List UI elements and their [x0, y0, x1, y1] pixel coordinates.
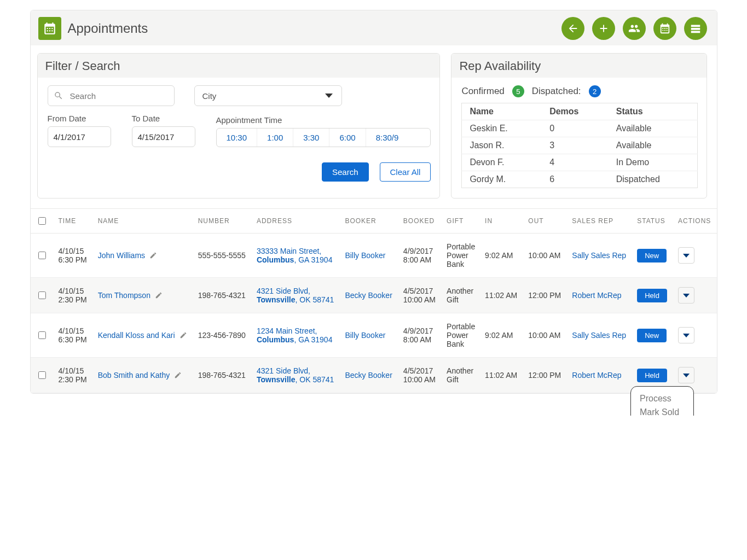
add-button[interactable]: [592, 17, 615, 40]
customer-name-link[interactable]: Kendall Kloss and Kari: [98, 331, 175, 340]
number-cell: 198-765-4321: [193, 278, 251, 313]
booker-cell[interactable]: Billy Booker: [339, 313, 397, 358]
edit-icon[interactable]: [174, 371, 182, 379]
booked-cell: 4/5/201710:00 AM: [398, 278, 441, 313]
in-cell: 11:02 AM: [479, 278, 523, 313]
row-actions-button[interactable]: [678, 287, 694, 304]
out-cell: 10:00 AM: [523, 313, 566, 358]
name-cell: Bob Smith and Kathy: [92, 358, 193, 393]
row-checkbox[interactable]: [38, 371, 46, 379]
edit-icon[interactable]: [179, 331, 187, 339]
row-actions-button[interactable]: [678, 327, 694, 343]
customer-name-link[interactable]: John Williams: [98, 251, 145, 260]
booked-cell: 4/9/20178:00 AM: [398, 313, 441, 358]
availability-row: Geskin E.0Available: [462, 120, 697, 137]
dispatched-label: Dispatched:: [532, 86, 581, 97]
appt-time-option[interactable]: 6:00: [329, 129, 366, 147]
appt-time-label: Appointment Time: [216, 115, 431, 125]
actions-menu-item[interactable]: Process: [640, 392, 685, 406]
status-badge: New: [637, 249, 667, 262]
actions-cell: [673, 313, 717, 358]
filter-panel-title: Filter / Search: [38, 54, 440, 78]
booker-cell[interactable]: Becky Booker: [339, 278, 397, 313]
sales-rep-cell[interactable]: Sally Sales Rep: [566, 234, 632, 278]
row-checkbox[interactable]: [38, 291, 46, 299]
select-all-checkbox[interactable]: [38, 217, 46, 225]
filter-panel: Filter / Search City From Date 4/1/: [37, 53, 441, 199]
calendar-app-icon: [38, 17, 61, 40]
edit-icon[interactable]: [149, 252, 157, 259]
calendar-button[interactable]: [653, 17, 676, 40]
table-row: 4/10/152:30 PMBob Smith and Kathy198-765…: [31, 358, 717, 393]
customer-name-link[interactable]: Bob Smith and Kathy: [98, 371, 170, 380]
chevron-down-icon: [683, 254, 690, 258]
grid-column-header: SALES REP: [566, 209, 632, 234]
time-cell: 4/10/152:30 PM: [53, 278, 92, 313]
dispatched-count-badge: 2: [589, 85, 601, 97]
appt-time-option[interactable]: 8:30/9: [366, 129, 409, 147]
chevron-down-icon: [683, 334, 690, 337]
availability-column-header: Status: [609, 103, 697, 120]
table-row: 4/10/152:30 PMTom Thompson198-765-432143…: [31, 278, 717, 313]
booker-cell[interactable]: Billy Booker: [339, 234, 397, 278]
actions-menu-item[interactable]: Mark Sold: [640, 406, 685, 416]
availability-row: Jason R.3Available: [462, 137, 697, 154]
time-cell: 4/10/156:30 PM: [53, 234, 92, 278]
appt-time-option[interactable]: 1:00: [257, 129, 293, 147]
status-badge: New: [637, 329, 667, 342]
search-icon: [54, 91, 63, 101]
from-date-input[interactable]: 4/1/2017: [48, 126, 111, 147]
in-cell: 11:02 AM: [479, 358, 523, 393]
booked-cell: 4/9/20178:00 AM: [398, 234, 441, 278]
from-date-label: From Date: [48, 114, 119, 123]
search-input[interactable]: [69, 86, 174, 106]
city-select[interactable]: City: [194, 85, 342, 106]
booker-cell[interactable]: Becky Booker: [339, 358, 397, 393]
availability-cell: Geskin E.: [462, 120, 542, 137]
sales-rep-cell[interactable]: Sally Sales Rep: [566, 313, 632, 358]
search-input-wrap[interactable]: [48, 85, 175, 106]
in-cell: 9:02 AM: [479, 313, 523, 358]
clear-button[interactable]: Clear All: [380, 162, 431, 182]
page-header: Appointments: [31, 10, 717, 45]
appointments-table: TIMENAMENUMBERADDRESSBOOKERBOOKEDGIFTINO…: [31, 208, 717, 393]
availability-cell: Gordy M.: [462, 171, 542, 188]
row-actions-button[interactable]: [678, 247, 694, 264]
row-actions-button[interactable]: [678, 367, 694, 383]
availability-cell: 6: [542, 171, 609, 188]
address-cell[interactable]: 4321 Side Blvd,Townsville, OK 58741: [251, 358, 339, 393]
sales-rep-cell[interactable]: Robert McRep: [566, 278, 632, 313]
table-row: 4/10/156:30 PMJohn Williams555-555-55553…: [31, 234, 717, 278]
appt-time-option[interactable]: 3:30: [293, 129, 329, 147]
sales-rep-cell[interactable]: Robert McRep: [566, 358, 632, 393]
gift-cell: Another Gift: [441, 278, 479, 313]
grid-column-header: NUMBER: [193, 209, 251, 234]
address-cell[interactable]: 1234 Main Street,Columbus, GA 31904: [251, 313, 339, 358]
address-cell[interactable]: 33333 Main Street,Columbus, GA 31904: [251, 234, 339, 278]
name-cell: Kendall Kloss and Kari: [92, 313, 193, 358]
to-date-input[interactable]: 4/15/2017: [132, 126, 195, 147]
availability-cell: 4: [542, 154, 609, 171]
row-checkbox[interactable]: [38, 331, 46, 339]
row-checkbox[interactable]: [38, 252, 46, 259]
customer-name-link[interactable]: Tom Thompson: [98, 291, 150, 300]
availability-table: NameDemosStatus Geskin E.0AvailableJason…: [461, 103, 697, 188]
chevron-down-icon: [683, 374, 690, 377]
grid-column-header: NAME: [92, 209, 193, 234]
number-cell: 198-765-4321: [193, 358, 251, 393]
out-cell: 10:00 AM: [523, 234, 566, 278]
people-button[interactable]: [623, 17, 646, 40]
status-cell: New: [632, 234, 673, 278]
grid-column-header: IN: [479, 209, 523, 234]
back-button[interactable]: [561, 17, 584, 40]
search-button[interactable]: Search: [322, 162, 369, 182]
out-cell: 12:00 PM: [523, 358, 566, 393]
availability-column-header: Demos: [542, 103, 609, 120]
edit-icon[interactable]: [155, 291, 163, 299]
list-button[interactable]: [684, 17, 707, 40]
availability-panel: Rep Availability Confirmed 5 Dispatched:…: [451, 53, 707, 199]
grid-column-header: ADDRESS: [251, 209, 339, 234]
address-cell[interactable]: 4321 Side Blvd,Townsville, OK 58741: [251, 278, 339, 313]
grid-column-header: OUT: [523, 209, 566, 234]
appt-time-option[interactable]: 10:30: [217, 129, 258, 147]
